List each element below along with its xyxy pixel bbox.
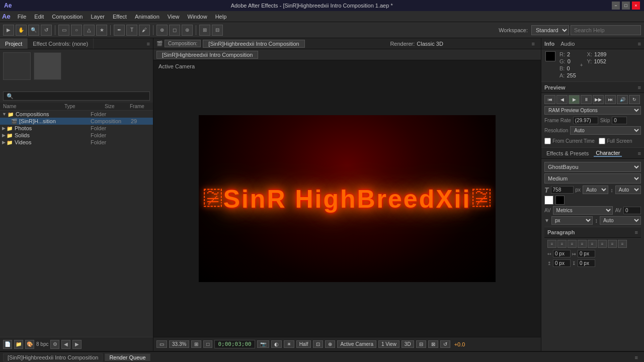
menu-layer[interactable]: Layer xyxy=(87,13,109,21)
vp-views-dropdown[interactable]: 1 View xyxy=(378,340,399,348)
new-item-btn[interactable]: 📄 xyxy=(3,340,12,349)
prev-last-btn[interactable]: ⏭ xyxy=(605,95,616,104)
font-selector[interactable]: GhostBayou xyxy=(544,162,641,172)
skip-input[interactable] xyxy=(612,117,627,124)
tool-magnet[interactable]: ⊟ xyxy=(212,25,223,36)
info-menu[interactable]: ≡ xyxy=(638,41,641,47)
frame-rate-input[interactable] xyxy=(573,117,598,124)
baseline-select[interactable]: Auto xyxy=(600,216,641,225)
vp-grid2-btn[interactable]: ⊟ xyxy=(416,340,426,348)
effects-menu[interactable]: ≡ xyxy=(638,150,641,156)
prev-fwd-btn[interactable]: ▶▶ xyxy=(593,95,604,104)
tool-text[interactable]: T xyxy=(126,25,137,36)
vp-timecode[interactable]: 0;00;03;00 xyxy=(214,340,255,348)
menu-view[interactable]: View xyxy=(164,13,184,21)
tool-clone[interactable]: ⊕ xyxy=(156,25,168,36)
align-justify4[interactable]: ≡ xyxy=(608,240,617,248)
full-screen-label[interactable]: Full Screen xyxy=(599,138,632,144)
tree-item[interactable]: ▶ 📁 Solids Folder xyxy=(0,132,153,139)
vp-region-btn[interactable]: ▭ xyxy=(156,340,167,348)
tool-brush[interactable]: 🖌 xyxy=(139,25,150,36)
prev-audio-btn[interactable]: 🔊 xyxy=(617,95,628,104)
workspace-select[interactable]: Standard xyxy=(531,25,569,35)
tool-eraser[interactable]: ◻ xyxy=(169,25,180,36)
menu-window[interactable]: Window xyxy=(184,13,211,21)
from-current-check[interactable] xyxy=(544,138,551,144)
align-justify5[interactable]: ≡ xyxy=(618,240,627,248)
tree-item[interactable]: ▶ 📁 Videos Folder xyxy=(0,139,153,146)
character-tab[interactable]: Character xyxy=(594,150,622,157)
margin-left-input[interactable] xyxy=(553,250,571,257)
new-folder-btn[interactable]: 📁 xyxy=(14,340,23,349)
menu-help[interactable]: Help xyxy=(211,13,231,21)
maximize-button[interactable]: □ xyxy=(622,2,630,10)
full-screen-check[interactable] xyxy=(599,138,605,144)
timeline-tab[interactable]: [SinR]Highbreedxii Intro Composition xyxy=(3,353,103,361)
font-weight-selector[interactable]: Medium xyxy=(544,173,641,184)
minimize-button[interactable]: − xyxy=(612,2,620,10)
vp-flow-btn[interactable]: ↺ xyxy=(440,340,450,348)
stroke-color-swatch[interactable] xyxy=(555,196,565,205)
vp-zoom-select[interactable]: 33.3% xyxy=(169,340,189,348)
vp-channels-btn[interactable]: ◐ xyxy=(271,340,282,348)
renderer-value[interactable]: Classic 3D xyxy=(417,41,443,47)
comp-panel-menu[interactable]: ≡ xyxy=(529,41,538,47)
tool-select[interactable]: ▶ xyxy=(3,25,14,36)
tree-item[interactable]: ▼ 📁 Compositions Folder xyxy=(0,111,153,118)
tool-zoom[interactable]: 🔍 xyxy=(28,25,39,36)
tool-ellipse[interactable]: ○ xyxy=(71,25,82,36)
settings-btn[interactable]: ⚙ xyxy=(50,340,59,349)
from-current-label[interactable]: From Current Time xyxy=(544,138,595,144)
space-before-input[interactable] xyxy=(553,259,571,267)
search-input[interactable] xyxy=(571,25,641,35)
menu-composition[interactable]: Composition xyxy=(48,13,87,21)
align-center[interactable]: ≡ xyxy=(557,240,567,248)
color-label-btn[interactable]: 🎨 xyxy=(25,340,34,349)
vp-grid-btn[interactable]: ⊞ xyxy=(191,340,201,348)
tool-star[interactable]: ★ xyxy=(96,25,107,36)
margin-right-input[interactable] xyxy=(578,250,595,257)
bottom-close[interactable]: ≡ xyxy=(632,354,641,360)
vp-camera-dropdown[interactable]: Active Camera xyxy=(337,340,376,348)
project-search-input[interactable] xyxy=(3,92,150,101)
tree-item[interactable]: 🎬 [SinR]H...sition Composition 29 xyxy=(0,118,153,125)
align-justify[interactable]: ≡ xyxy=(578,240,587,248)
render-queue-tab[interactable]: Render Queue xyxy=(105,353,150,361)
menu-edit[interactable]: Edit xyxy=(30,13,48,21)
tab-project[interactable]: Project xyxy=(0,38,28,49)
tool-puppet[interactable]: ⊛ xyxy=(182,25,193,36)
vp-exposure-btn[interactable]: ☀ xyxy=(284,340,294,348)
tool-rect[interactable]: ▭ xyxy=(58,25,69,36)
kern-type-select[interactable]: Metrics xyxy=(553,206,613,215)
ram-preview-select[interactable]: RAM Preview Options xyxy=(544,106,641,115)
size-unit-select[interactable]: Auto xyxy=(583,186,608,194)
fill-color-swatch[interactable] xyxy=(544,196,553,205)
vp-mask-btn[interactable]: □ xyxy=(203,340,212,348)
menu-animation[interactable]: Animation xyxy=(131,13,164,21)
tool-pen[interactable]: ✒ xyxy=(114,25,125,36)
vp-snapshot-btn[interactable]: 📷 xyxy=(257,340,269,348)
align-right[interactable]: ≡ xyxy=(568,240,577,248)
space-after-input[interactable] xyxy=(578,259,595,267)
align-justify2[interactable]: ≡ xyxy=(588,240,597,248)
next-item-btn[interactable]: ▶ xyxy=(72,340,82,349)
tree-item[interactable]: ▶ 📁 Photos Folder xyxy=(0,125,153,132)
prev-back-btn[interactable]: ◀ xyxy=(556,95,568,104)
font-size-input[interactable] xyxy=(551,186,574,194)
vp-3d-btn[interactable]: 3D xyxy=(401,340,414,348)
audio-tab[interactable]: Audio xyxy=(560,41,575,47)
preview-menu[interactable]: ≡ xyxy=(638,84,641,90)
menu-effect[interactable]: Effect xyxy=(109,13,131,21)
vp-pixel-ratio[interactable]: ⊡ xyxy=(313,340,323,348)
vp-motion-blur[interactable]: ⊕ xyxy=(325,340,335,348)
comp-tab-main[interactable]: [SinR]Highbreedxii Intro Composition xyxy=(156,51,258,59)
close-button[interactable]: × xyxy=(632,2,640,10)
panel-close[interactable]: ≡ xyxy=(144,41,153,47)
leading-select[interactable]: Auto xyxy=(615,186,641,194)
tool-hand[interactable]: ✋ xyxy=(16,25,27,36)
tab-effect-controls[interactable]: Effect Controls: (none) xyxy=(28,38,94,49)
px-unit-select[interactable]: px xyxy=(551,216,593,225)
menu-file[interactable]: File xyxy=(14,13,31,21)
align-left[interactable]: ≡ xyxy=(547,240,556,248)
paragraph-menu[interactable]: ≡ xyxy=(635,229,638,235)
